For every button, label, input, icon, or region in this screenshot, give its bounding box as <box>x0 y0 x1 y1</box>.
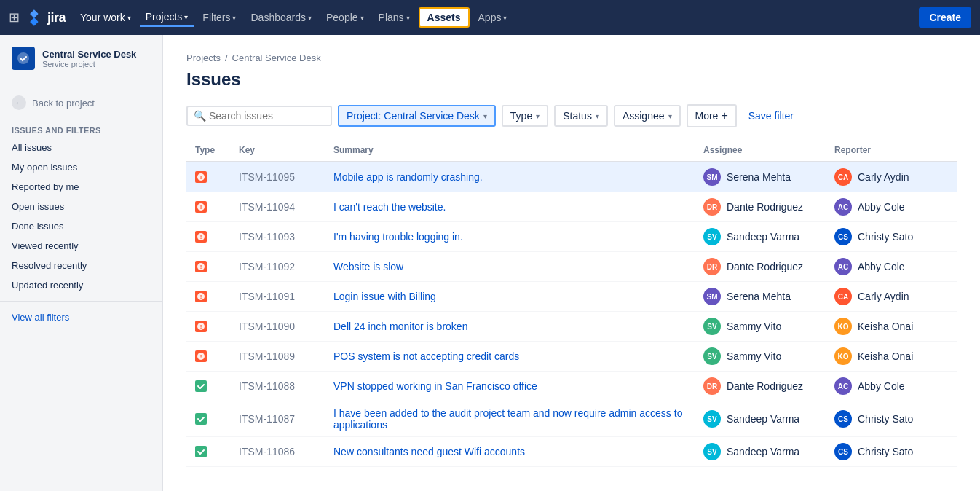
nav-people[interactable]: People ▾ <box>320 9 370 26</box>
avatar: CS <box>834 228 852 246</box>
chevron-down-icon: ▾ <box>406 14 410 22</box>
table-row[interactable]: ! ITSM-11094 I can't reach the website. … <box>186 192 957 222</box>
cell-reporter: CA Carly Aydin <box>826 282 957 312</box>
nav-apps[interactable]: Apps ▾ <box>473 9 513 26</box>
cell-key: ITSM-11086 <box>230 437 325 467</box>
breadcrumb-separator: / <box>225 52 228 63</box>
chevron-down-icon: ▾ <box>483 112 487 120</box>
cell-reporter: KO Keisha Onai <box>826 342 957 372</box>
cell-type: ! <box>186 312 230 342</box>
create-button[interactable]: Create <box>919 7 971 28</box>
nav-filters[interactable]: Filters ▾ <box>197 9 242 26</box>
cell-key: ITSM-11087 <box>230 401 325 437</box>
cell-summary[interactable]: Dell 24 inch monitor is broken <box>325 312 695 342</box>
assignee-filter-button[interactable]: Assignee ▾ <box>614 105 681 127</box>
nav-your-work[interactable]: Your work ▾ <box>74 9 137 26</box>
reporter-name: Christy Sato <box>858 413 913 425</box>
chevron-down-icon: ▾ <box>536 112 540 120</box>
sidebar-item-resolved-recently[interactable]: Resolved recently <box>0 256 162 275</box>
cell-reporter: AC Abby Cole <box>826 192 957 222</box>
avatar: AC <box>834 377 852 395</box>
nav-assets-button[interactable]: Assets <box>419 7 470 28</box>
back-to-project[interactable]: ← Back to project <box>0 91 162 114</box>
table-row[interactable]: ! ITSM-11089 POS system is not accepting… <box>186 342 957 372</box>
page-title: Issues <box>186 69 957 90</box>
project-filter-button[interactable]: Project: Central Service Desk ▾ <box>338 105 496 127</box>
project-info: Central Service Desk Service project <box>42 49 136 68</box>
save-filter-button[interactable]: Save filter <box>743 106 799 125</box>
reporter-name: Carly Aydin <box>858 171 909 183</box>
chevron-down-icon: ▾ <box>232 14 236 22</box>
cell-summary[interactable]: I have been added to the audit project t… <box>325 401 695 437</box>
nav-plans[interactable]: Plans ▾ <box>373 9 416 26</box>
table-row[interactable]: ! ITSM-11091 Login issue with Billing SM… <box>186 282 957 312</box>
cell-type: ! <box>186 252 230 282</box>
sidebar-item-viewed-recently[interactable]: Viewed recently <box>0 236 162 256</box>
avatar: SV <box>703 410 721 428</box>
cell-assignee: SV Sandeep Varma <box>695 401 826 437</box>
jira-logo: jira <box>25 9 66 26</box>
sidebar-item-my-open-issues[interactable]: My open issues <box>0 157 162 177</box>
back-icon: ← <box>12 95 26 110</box>
sidebar-item-all-issues[interactable]: All issues <box>0 138 162 157</box>
nav-projects[interactable]: Projects ▾ <box>140 8 194 27</box>
grid-icon[interactable]: ⊞ <box>9 9 20 25</box>
cell-summary[interactable]: I can't reach the website. <box>325 192 695 222</box>
avatar: CS <box>834 410 852 428</box>
table-row[interactable]: ITSM-11086 New consultants need guest Wi… <box>186 437 957 467</box>
svg-text:!: ! <box>200 353 202 360</box>
assignee-name: Sammy Vito <box>727 350 781 362</box>
sidebar-item-updated-recently[interactable]: Updated recently <box>0 275 162 295</box>
cell-summary[interactable]: New consultants need guest Wifi accounts <box>325 437 695 467</box>
breadcrumb-projects[interactable]: Projects <box>186 52 221 63</box>
assignee-name: Dante Rodriguez <box>727 380 803 392</box>
search-input[interactable] <box>209 110 325 122</box>
avatar: CA <box>834 168 852 186</box>
table-row[interactable]: ! ITSM-11090 Dell 24 inch monitor is bro… <box>186 312 957 342</box>
sidebar-item-done-issues[interactable]: Done issues <box>0 216 162 236</box>
cell-reporter: CS Christy Sato <box>826 401 957 437</box>
cell-assignee: SV Sandeep Varma <box>695 222 826 252</box>
sidebar-item-reported-by-me[interactable]: Reported by me <box>0 177 162 197</box>
avatar: KO <box>834 318 852 335</box>
table-row[interactable]: ! ITSM-11092 Website is slow DR Dante Ro… <box>186 252 957 282</box>
reporter-name: Keisha Onai <box>858 350 913 362</box>
chevron-down-icon: ▾ <box>184 13 188 21</box>
sidebar-item-open-issues[interactable]: Open issues <box>0 197 162 216</box>
cell-summary[interactable]: VPN stopped working in San Francisco off… <box>325 372 695 401</box>
table-row[interactable]: ! ITSM-11095 Mobile app is randomly cras… <box>186 162 957 192</box>
assignee-name: Dante Rodriguez <box>727 201 803 213</box>
plus-icon: + <box>721 109 727 122</box>
breadcrumb-project[interactable]: Central Service Desk <box>232 52 321 63</box>
svg-point-0 <box>17 52 29 64</box>
type-filter-button[interactable]: Type ▾ <box>502 105 548 127</box>
reporter-name: Abby Cole <box>858 380 905 392</box>
cell-summary[interactable]: Website is slow <box>325 252 695 282</box>
cell-summary[interactable]: Login issue with Billing <box>325 282 695 312</box>
cell-type: ! <box>186 192 230 222</box>
cell-summary[interactable]: POS system is not accepting credit cards <box>325 342 695 372</box>
breadcrumb: Projects / Central Service Desk <box>186 52 957 63</box>
cell-reporter: CS Christy Sato <box>826 437 957 467</box>
table-row[interactable]: ITSM-11088 VPN stopped working in San Fr… <box>186 372 957 401</box>
table-row[interactable]: ! ITSM-11093 I'm having trouble logging … <box>186 222 957 252</box>
cell-type <box>186 372 230 401</box>
logo-text: jira <box>47 10 66 25</box>
more-button[interactable]: More + <box>687 104 737 127</box>
svg-text:!: ! <box>200 204 202 211</box>
cell-type: ! <box>186 342 230 372</box>
svg-text:!: ! <box>200 174 202 181</box>
col-header-type: Type <box>186 139 230 162</box>
project-name: Central Service Desk <box>42 49 136 60</box>
table-row[interactable]: ITSM-11087 I have been added to the audi… <box>186 401 957 437</box>
project-type: Service project <box>42 60 136 68</box>
chevron-down-icon: ▾ <box>596 112 599 120</box>
cell-summary[interactable]: Mobile app is randomly crashing. <box>325 162 695 192</box>
svg-text:!: ! <box>200 323 202 330</box>
col-header-assignee: Assignee <box>695 139 826 162</box>
status-filter-button[interactable]: Status ▾ <box>554 105 608 127</box>
filter-bar: 🔍 Project: Central Service Desk ▾ Type ▾… <box>186 104 957 127</box>
nav-dashboards[interactable]: Dashboards ▾ <box>245 9 317 26</box>
sidebar-view-all-filters[interactable]: View all filters <box>0 307 162 327</box>
cell-summary[interactable]: I'm having trouble logging in. <box>325 222 695 252</box>
